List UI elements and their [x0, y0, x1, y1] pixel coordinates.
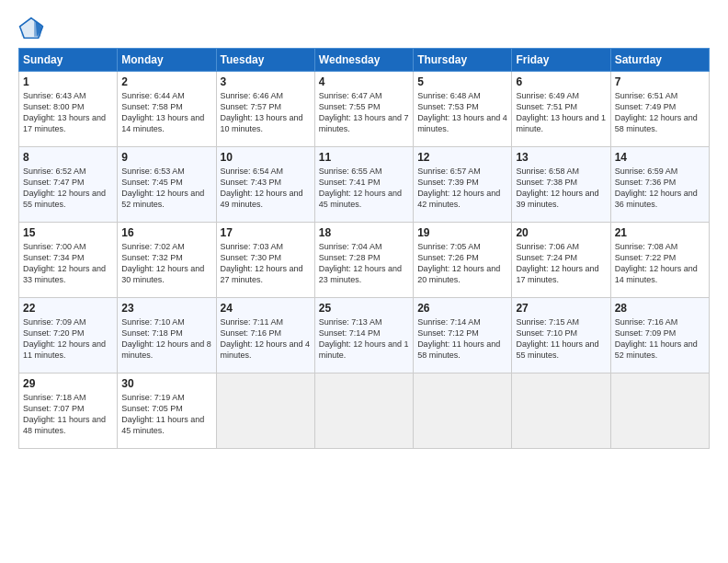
calendar-cell: 14Sunrise: 6:59 AM Sunset: 7:36 PM Dayli… [610, 147, 709, 223]
day-info: Sunrise: 6:59 AM Sunset: 7:36 PM Dayligh… [615, 166, 705, 211]
day-info: Sunrise: 7:02 AM Sunset: 7:32 PM Dayligh… [121, 241, 211, 286]
calendar-cell: 18Sunrise: 7:04 AM Sunset: 7:28 PM Dayli… [314, 223, 413, 298]
day-number: 11 [319, 151, 409, 164]
day-info: Sunrise: 6:43 AM Sunset: 8:00 PM Dayligh… [23, 90, 113, 135]
calendar-table: SundayMondayTuesdayWednesdayThursdayFrid… [18, 48, 710, 449]
calendar-cell: 15Sunrise: 7:00 AM Sunset: 7:34 PM Dayli… [19, 223, 118, 298]
day-number: 8 [23, 151, 113, 164]
day-number: 24 [221, 302, 311, 315]
day-number: 15 [23, 226, 113, 239]
calendar-cell [610, 373, 709, 449]
day-info: Sunrise: 6:49 AM Sunset: 7:51 PM Dayligh… [516, 90, 606, 135]
day-number: 20 [516, 226, 606, 239]
calendar-cell: 25Sunrise: 7:13 AM Sunset: 7:14 PM Dayli… [314, 298, 413, 373]
day-header-wednesday: Wednesday [314, 49, 413, 72]
day-info: Sunrise: 7:13 AM Sunset: 7:14 PM Dayligh… [319, 316, 409, 362]
day-number: 21 [615, 226, 705, 239]
calendar-cell: 22Sunrise: 7:09 AM Sunset: 7:20 PM Dayli… [19, 298, 118, 373]
day-number: 25 [319, 302, 409, 315]
calendar-cell: 29Sunrise: 7:18 AM Sunset: 7:07 PM Dayli… [19, 373, 118, 449]
calendar-cell [414, 373, 512, 449]
day-info: Sunrise: 7:05 AM Sunset: 7:26 PM Dayligh… [417, 241, 507, 286]
calendar-cell: 5Sunrise: 6:48 AM Sunset: 7:53 PM Daylig… [414, 72, 512, 147]
calendar-cell: 30Sunrise: 7:19 AM Sunset: 7:05 PM Dayli… [118, 373, 216, 449]
day-info: Sunrise: 6:51 AM Sunset: 7:49 PM Dayligh… [615, 90, 705, 135]
calendar-cell: 26Sunrise: 7:14 AM Sunset: 7:12 PM Dayli… [414, 298, 512, 373]
day-info: Sunrise: 7:00 AM Sunset: 7:34 PM Dayligh… [23, 241, 113, 286]
day-number: 29 [23, 377, 113, 390]
day-info: Sunrise: 6:57 AM Sunset: 7:39 PM Dayligh… [417, 166, 507, 211]
day-info: Sunrise: 6:46 AM Sunset: 7:57 PM Dayligh… [221, 90, 311, 135]
calendar-cell: 17Sunrise: 7:03 AM Sunset: 7:30 PM Dayli… [216, 223, 314, 298]
day-number: 23 [121, 302, 211, 315]
day-info: Sunrise: 6:58 AM Sunset: 7:38 PM Dayligh… [516, 166, 606, 211]
day-number: 5 [417, 75, 507, 88]
calendar-cell: 9Sunrise: 6:53 AM Sunset: 7:45 PM Daylig… [118, 147, 216, 223]
day-number: 22 [23, 302, 113, 315]
day-info: Sunrise: 7:16 AM Sunset: 7:09 PM Dayligh… [615, 316, 705, 362]
day-info: Sunrise: 7:09 AM Sunset: 7:20 PM Dayligh… [23, 316, 113, 362]
day-info: Sunrise: 6:54 AM Sunset: 7:43 PM Dayligh… [221, 166, 311, 211]
day-number: 17 [221, 226, 311, 239]
calendar-cell: 23Sunrise: 7:10 AM Sunset: 7:18 PM Dayli… [118, 298, 216, 373]
day-number: 19 [417, 226, 507, 239]
day-number: 13 [516, 151, 606, 164]
day-info: Sunrise: 7:03 AM Sunset: 7:30 PM Dayligh… [221, 241, 311, 286]
calendar-cell [512, 373, 610, 449]
day-number: 10 [221, 151, 311, 164]
day-info: Sunrise: 7:04 AM Sunset: 7:28 PM Dayligh… [319, 241, 409, 286]
day-info: Sunrise: 6:44 AM Sunset: 7:58 PM Dayligh… [121, 90, 211, 135]
day-info: Sunrise: 7:14 AM Sunset: 7:12 PM Dayligh… [417, 316, 507, 362]
calendar-cell: 8Sunrise: 6:52 AM Sunset: 7:47 PM Daylig… [19, 147, 118, 223]
day-number: 2 [121, 75, 211, 88]
day-info: Sunrise: 6:48 AM Sunset: 7:53 PM Dayligh… [417, 90, 507, 135]
calendar-cell: 19Sunrise: 7:05 AM Sunset: 7:26 PM Dayli… [414, 223, 512, 298]
calendar-cell: 20Sunrise: 7:06 AM Sunset: 7:24 PM Dayli… [512, 223, 610, 298]
day-header-sunday: Sunday [19, 49, 118, 72]
day-header-saturday: Saturday [610, 49, 709, 72]
calendar-cell: 16Sunrise: 7:02 AM Sunset: 7:32 PM Dayli… [118, 223, 216, 298]
day-number: 3 [221, 75, 311, 88]
day-number: 27 [516, 302, 606, 315]
day-number: 14 [615, 151, 705, 164]
calendar-cell [216, 373, 314, 449]
calendar-cell: 1Sunrise: 6:43 AM Sunset: 8:00 PM Daylig… [19, 72, 118, 147]
calendar-cell: 4Sunrise: 6:47 AM Sunset: 7:55 PM Daylig… [314, 72, 413, 147]
day-number: 16 [121, 226, 211, 239]
day-info: Sunrise: 6:53 AM Sunset: 7:45 PM Dayligh… [121, 166, 211, 211]
calendar-cell: 11Sunrise: 6:55 AM Sunset: 7:41 PM Dayli… [314, 147, 413, 223]
day-number: 28 [615, 302, 705, 315]
day-number: 1 [23, 75, 113, 88]
day-info: Sunrise: 6:52 AM Sunset: 7:47 PM Dayligh… [23, 166, 113, 211]
calendar-cell: 24Sunrise: 7:11 AM Sunset: 7:16 PM Dayli… [216, 298, 314, 373]
day-number: 18 [319, 226, 409, 239]
logo [18, 17, 46, 42]
day-number: 6 [516, 75, 606, 88]
day-number: 4 [319, 75, 409, 88]
calendar-cell: 10Sunrise: 6:54 AM Sunset: 7:43 PM Dayli… [216, 147, 314, 223]
calendar-cell [314, 373, 413, 449]
day-number: 26 [417, 302, 507, 315]
day-info: Sunrise: 7:08 AM Sunset: 7:22 PM Dayligh… [615, 241, 705, 286]
day-header-monday: Monday [118, 49, 216, 72]
calendar-cell: 28Sunrise: 7:16 AM Sunset: 7:09 PM Dayli… [610, 298, 709, 373]
day-info: Sunrise: 6:47 AM Sunset: 7:55 PM Dayligh… [319, 90, 409, 135]
day-info: Sunrise: 7:10 AM Sunset: 7:18 PM Dayligh… [121, 316, 211, 362]
logo-icon [18, 17, 44, 42]
day-number: 30 [121, 377, 211, 390]
day-info: Sunrise: 7:11 AM Sunset: 7:16 PM Dayligh… [221, 316, 311, 362]
calendar-cell: 3Sunrise: 6:46 AM Sunset: 7:57 PM Daylig… [216, 72, 314, 147]
day-info: Sunrise: 7:18 AM Sunset: 7:07 PM Dayligh… [23, 392, 113, 437]
calendar-cell: 27Sunrise: 7:15 AM Sunset: 7:10 PM Dayli… [512, 298, 610, 373]
calendar-cell: 12Sunrise: 6:57 AM Sunset: 7:39 PM Dayli… [414, 147, 512, 223]
calendar-cell: 7Sunrise: 6:51 AM Sunset: 7:49 PM Daylig… [610, 72, 709, 147]
day-header-tuesday: Tuesday [216, 49, 314, 72]
calendar-cell: 21Sunrise: 7:08 AM Sunset: 7:22 PM Dayli… [610, 223, 709, 298]
day-number: 12 [417, 151, 507, 164]
day-header-thursday: Thursday [414, 49, 512, 72]
day-number: 9 [121, 151, 211, 164]
day-info: Sunrise: 7:19 AM Sunset: 7:05 PM Dayligh… [121, 392, 211, 437]
calendar-cell: 13Sunrise: 6:58 AM Sunset: 7:38 PM Dayli… [512, 147, 610, 223]
day-info: Sunrise: 7:06 AM Sunset: 7:24 PM Dayligh… [516, 241, 606, 286]
day-info: Sunrise: 7:15 AM Sunset: 7:10 PM Dayligh… [516, 316, 606, 362]
